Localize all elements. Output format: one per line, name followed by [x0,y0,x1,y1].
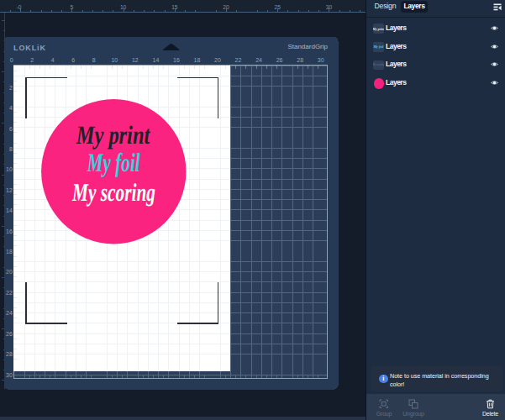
svg-text:12: 12 [6,187,13,193]
svg-text:25: 25 [275,4,281,10]
svg-text:0: 0 [10,57,13,63]
svg-text:18: 18 [194,57,201,63]
svg-text:My foil: My foil [87,148,140,177]
svg-text:12: 12 [132,57,139,63]
svg-text:22: 22 [6,290,13,296]
svg-text:20: 20 [223,4,229,10]
svg-text:14: 14 [6,207,13,213]
svg-text:5: 5 [71,4,74,10]
svg-text:24: 24 [6,310,13,316]
svg-text:4: 4 [9,105,13,111]
svg-text:My print: My print [76,120,150,150]
svg-text:20: 20 [6,269,13,275]
svg-text:18: 18 [6,249,13,255]
svg-text:6: 6 [71,57,75,63]
svg-text:30: 30 [6,372,13,378]
svg-text:-0: -0 [17,4,22,10]
svg-text:2: 2 [30,57,34,63]
svg-text:15: 15 [171,4,178,10]
svg-text:28: 28 [6,351,13,357]
svg-text:8: 8 [92,57,96,63]
svg-text:30: 30 [318,57,324,63]
svg-text:10: 10 [111,57,118,63]
svg-text:22: 22 [235,57,242,63]
svg-text:10: 10 [120,4,127,10]
svg-text:8: 8 [9,146,13,152]
svg-text:StandardGrip: StandardGrip [287,43,328,50]
svg-text:LOKLiK: LOKLiK [13,44,46,52]
svg-text:4: 4 [51,57,55,63]
svg-text:26: 26 [6,331,13,337]
svg-text:20: 20 [214,57,221,63]
svg-text:30: 30 [326,4,333,10]
svg-text:16: 16 [6,228,13,234]
svg-text:24: 24 [255,57,262,63]
svg-text:14: 14 [153,57,160,63]
svg-text:My scoring: My scoring [71,179,155,207]
svg-text:28: 28 [297,57,303,63]
svg-text:10: 10 [6,166,13,172]
svg-text:16: 16 [173,57,180,63]
svg-text:2: 2 [9,85,13,91]
svg-text:6: 6 [9,126,13,132]
svg-text:26: 26 [276,57,283,63]
